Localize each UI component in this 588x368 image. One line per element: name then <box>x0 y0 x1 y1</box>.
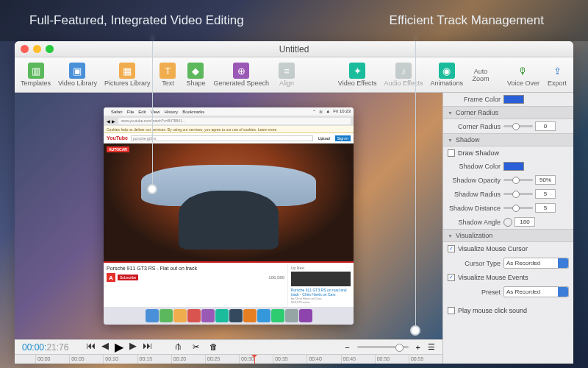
split-button[interactable]: ✂ <box>193 342 199 352</box>
app-window: Untitled ▥Templates ▣Video Library ▦Pict… <box>15 41 573 364</box>
time-ruler[interactable]: 00:0000:0500:1000:1500:2000:2500:3000:35… <box>15 355 442 364</box>
templates-button[interactable]: ▥Templates <box>18 61 54 88</box>
view-count: 106,580 <box>268 275 284 280</box>
track-list-button[interactable]: ☰ <box>428 342 435 352</box>
visualize-events-checkbox[interactable] <box>448 274 455 281</box>
transport-bar: 00:00:21:76 ⏮ ◀ ▶ ▶ ⏭ ⫛ ✂ 🗑 − + ☰ <box>15 339 442 354</box>
shadow-angle-field[interactable]: 180 <box>514 217 535 227</box>
youtube-header: YouTube porsche gt3 rs Upload Sign in <box>104 133 354 144</box>
zoom-in-button[interactable]: + <box>416 343 420 352</box>
step-forward-button[interactable]: ▶ <box>129 340 137 354</box>
corner-radius-slider[interactable] <box>503 125 533 127</box>
window-title: Untitled <box>15 44 573 54</box>
mac-menubar: Safari FileEditViewHistoryBookmarks ⌃≋▲F… <box>104 107 354 116</box>
step-back-button[interactable]: ◀ <box>101 340 109 354</box>
callout-dot-left <box>147 184 157 194</box>
titlebar: Untitled <box>15 41 573 57</box>
shadow-radius-field[interactable]: 5 <box>535 189 556 199</box>
callout-editing: Full-Featured, Integrated Video Editing <box>0 13 287 28</box>
mac-dock <box>104 307 354 325</box>
zoom-slider[interactable] <box>357 346 409 348</box>
frame-color-label: Frame Color <box>448 96 501 103</box>
toolbar: ▥Templates ▣Video Library ▦Pictures Libr… <box>15 57 573 93</box>
shadow-opacity-slider[interactable] <box>503 179 533 181</box>
autocar-badge: AUTOCAR <box>107 146 129 152</box>
youtube-logo-icon: YouTube <box>107 135 128 141</box>
callout-line-left <box>152 35 153 187</box>
safari-chrome: ◀ ▶ www.youtube.com/watch?v=B478841... <box>104 116 354 126</box>
auto-zoom-button[interactable]: Auto Zoom <box>467 66 494 84</box>
text-button[interactable]: TText <box>154 61 181 88</box>
cookie-banner: Cookies help us deliver our services. By… <box>104 126 354 133</box>
goto-end-button[interactable]: ⏭ <box>143 340 152 354</box>
frame-color-swatch[interactable] <box>503 95 524 104</box>
align-button[interactable]: ≡Align <box>273 61 300 88</box>
shadow-color-swatch[interactable] <box>503 162 524 171</box>
export-button[interactable]: ⇪Export <box>544 61 570 88</box>
playhead[interactable] <box>254 355 255 364</box>
corner-radius-field[interactable]: 0 <box>535 121 556 131</box>
angle-dial[interactable] <box>503 218 512 227</box>
timeline: 00:0000:0500:1000:1500:2000:2500:3000:35… <box>15 354 442 364</box>
generated-speech-button[interactable]: ⊕Generated Speech <box>210 61 272 88</box>
callout-tracks: Efficient Track Management <box>287 13 588 28</box>
audio-effects-button[interactable]: ♪Audio Effects <box>381 61 426 88</box>
shadow-distance-slider[interactable] <box>503 207 533 209</box>
video-title: Porsche 911 GT3 RS - Flat out on track <box>107 266 284 271</box>
shadow-distance-field[interactable]: 5 <box>535 203 556 213</box>
section-corner-radius[interactable]: Corner Radius <box>443 106 573 119</box>
click-sound-checkbox[interactable] <box>448 307 455 314</box>
delete-button[interactable]: 🗑 <box>209 342 218 352</box>
callout-dot-right <box>410 325 420 336</box>
inspector-panel: Frame Color Corner Radius Corner Radius0… <box>442 93 573 364</box>
pictures-library-button[interactable]: ▦Pictures Library <box>101 61 154 88</box>
youtube-search: porsche gt3 rs <box>131 135 313 141</box>
timecode: 00:00:21:76 <box>22 342 68 353</box>
shadow-opacity-field[interactable]: 50% <box>535 175 556 185</box>
section-shadow[interactable]: Shadow <box>443 133 573 146</box>
draw-shadow-checkbox[interactable] <box>448 149 455 157</box>
voice-over-button[interactable]: 🎙Voice Over <box>504 61 542 88</box>
visualize-cursor-checkbox[interactable] <box>448 245 455 252</box>
canvas-viewport[interactable]: Safari FileEditViewHistoryBookmarks ⌃≋▲F… <box>15 93 442 339</box>
goto-start-button[interactable]: ⏮ <box>86 340 96 354</box>
marker-button[interactable]: ⫛ <box>174 342 182 352</box>
youtube-signin: Sign in <box>335 135 351 141</box>
channel-icon: A <box>107 273 115 282</box>
shadow-radius-slider[interactable] <box>503 193 533 195</box>
youtube-player: AUTOCAR <box>104 144 354 261</box>
section-visualization[interactable]: Visualization <box>443 229 573 242</box>
recorded-screen[interactable]: Safari FileEditViewHistoryBookmarks ⌃≋▲F… <box>104 107 354 325</box>
animations-button[interactable]: ◉Animations <box>427 61 466 88</box>
safari-url: www.youtube.com/watch?v=B478841... <box>118 118 351 124</box>
video-library-button[interactable]: ▣Video Library <box>55 61 100 88</box>
cursor-type-select[interactable]: As Recorded <box>503 258 569 269</box>
video-effects-button[interactable]: ✦Video Effects <box>335 61 380 88</box>
zoom-out-button[interactable]: − <box>345 343 349 352</box>
callout-line-right <box>415 35 416 328</box>
play-button[interactable]: ▶ <box>115 340 123 354</box>
preset-select[interactable]: As Recorded <box>503 286 569 297</box>
subscribe-button: Subscribe <box>118 275 138 280</box>
shape-button[interactable]: ◆Shape <box>182 61 209 88</box>
youtube-upload: Upload <box>316 135 332 141</box>
